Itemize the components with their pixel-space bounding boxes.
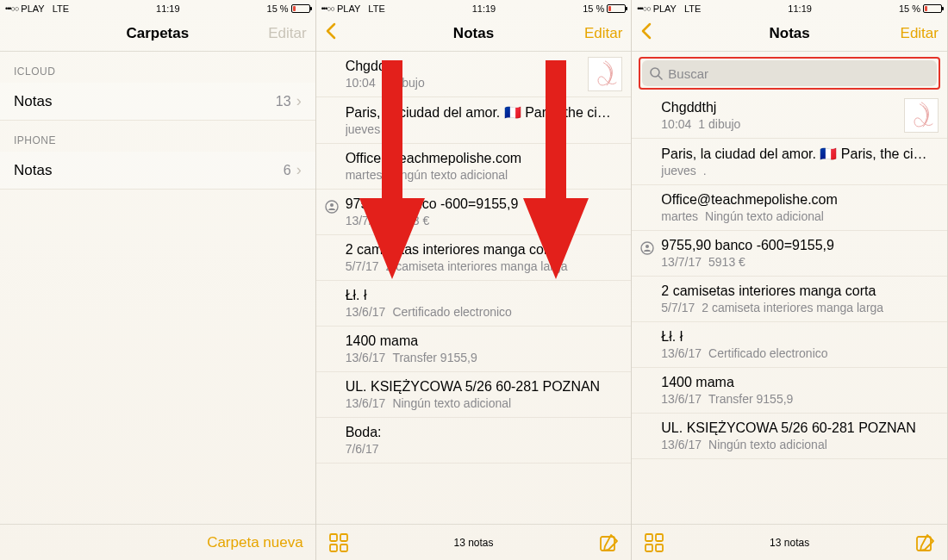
note-row[interactable]: 1400 mama13/6/17Transfer 9155,9 <box>316 327 632 372</box>
note-row[interactable]: Office@teachmepolishe.commartesNingún te… <box>632 185 947 231</box>
network-label: LTE <box>53 3 69 14</box>
note-row[interactable]: UL. KSIĘŻYCOWA 5/26 60-281 POZNAN13/6/17… <box>316 372 632 418</box>
notes-screen: •••○○ PLAY LTE 11:19 15 % Notas Editar C… <box>316 0 633 560</box>
note-row[interactable]: Paris, la ciudad del amor. 🇫🇷 Paris, the… <box>632 139 947 185</box>
note-subtitle: 2 camiseta interiores manga larga <box>702 301 883 314</box>
shared-badge-icon <box>325 200 339 214</box>
note-date: 13/6/17 <box>346 351 386 364</box>
edit-button[interactable]: Editar <box>887 25 939 42</box>
note-row[interactable]: 1400 mama13/6/17Transfer 9155,9 <box>632 368 947 414</box>
nav-bar: Carpetas Editar <box>0 16 315 52</box>
annotation-highlight-box: Buscar <box>639 57 940 90</box>
network-label: LTE <box>368 3 384 14</box>
clock: 11:19 <box>788 3 812 14</box>
note-subtitle: Transfer 9155,9 <box>392 351 477 364</box>
chevron-left-icon <box>325 22 337 40</box>
clock: 11:19 <box>156 3 180 14</box>
clock: 11:19 <box>472 3 496 14</box>
note-title: Łł. ł <box>346 288 618 303</box>
signal-dots-icon: •••○○ <box>5 4 18 13</box>
note-title: 1400 mama <box>346 333 618 349</box>
note-date: 13/7/17 <box>661 255 702 269</box>
note-date: 13/6/17 <box>661 346 702 360</box>
note-row[interactable]: Boda:7/6/17 <box>316 418 632 464</box>
note-subtitle: Ningún texto adicional <box>708 438 827 451</box>
note-date: martes <box>661 209 698 223</box>
note-date: 7/6/17 <box>346 442 379 456</box>
toolbar: 13 notas <box>632 524 947 560</box>
toolbar: Carpeta nueva <box>0 524 315 560</box>
battery-pct: 15 % <box>583 3 604 14</box>
note-title: Chgddthj <box>661 100 933 115</box>
folders-list[interactable]: ICLOUD Notas 13› IPHONE Notas 6› <box>0 52 315 524</box>
compose-icon[interactable] <box>914 532 935 553</box>
folder-count: 6 <box>284 163 291 178</box>
note-row[interactable]: Łł. ł13/6/17Certificado electronico <box>632 322 947 368</box>
signal-dots-icon: •••○○ <box>321 4 334 13</box>
note-subtitle: Certificado electronico <box>392 305 512 319</box>
group-header-iphone: IPHONE <box>0 121 315 152</box>
note-title: 2 camisetas interiores manga corta <box>661 283 933 299</box>
note-row[interactable]: UL. KSIĘŻYCOWA 5/26 60-281 POZNAN13/6/17… <box>632 414 947 459</box>
grid-view-icon[interactable] <box>328 532 349 553</box>
nav-title: Notas <box>377 25 571 42</box>
status-bar: •••○○ PLAY LTE 11:19 15 % <box>632 0 947 16</box>
status-bar: •••○○ PLAY LTE 11:19 15 % <box>0 0 315 16</box>
note-date: 5/7/17 <box>661 301 695 314</box>
note-title: UL. KSIĘŻYCOWA 5/26 60-281 POZNAN <box>346 379 618 395</box>
folder-count: 13 <box>276 94 291 109</box>
note-subtitle: Ningún texto adicional <box>705 209 824 223</box>
note-row[interactable]: 2 camisetas interiores manga corta5/7/17… <box>632 277 947 322</box>
annotation-arrow-left <box>359 60 425 284</box>
note-title: 9755,90 banco -600=9155,9 <box>661 238 933 253</box>
toolbar: 13 notas <box>316 524 632 560</box>
battery-pct: 15 % <box>267 3 289 14</box>
folder-row-icloud-notas[interactable]: Notas 13› <box>0 83 315 121</box>
battery-icon <box>291 4 310 13</box>
note-date: jueves <box>661 164 695 177</box>
group-header-icloud: ICLOUD <box>0 52 315 83</box>
nav-bar: Notas Editar <box>632 16 947 52</box>
new-folder-button[interactable]: Carpeta nueva <box>33 534 303 551</box>
note-row[interactable]: Łł. ł13/6/17Certificado electronico <box>316 281 632 327</box>
shared-badge-icon <box>640 241 654 255</box>
note-title: UL. KSIĘŻYCOWA 5/26 60-281 POZNAN <box>661 420 933 436</box>
edit-button[interactable]: Editar <box>571 25 622 42</box>
note-thumbnail <box>588 57 622 91</box>
carrier-label: PLAY <box>653 3 677 14</box>
compose-icon[interactable] <box>598 532 619 553</box>
carrier-label: PLAY <box>21 3 44 14</box>
notes-screen-search: •••○○ PLAY LTE 11:19 15 % Notas Editar B… <box>632 0 948 560</box>
nav-title: Notas <box>692 25 887 42</box>
note-subtitle: Ningún texto adicional <box>392 396 511 410</box>
battery-icon <box>923 4 942 13</box>
annotation-arrow-right <box>523 60 589 284</box>
signal-dots-icon: •••○○ <box>637 4 650 13</box>
network-label: LTE <box>684 3 701 14</box>
edit-button[interactable]: Editar <box>255 25 307 42</box>
note-row[interactable]: Chgddthj10:041 dibujo <box>632 93 947 139</box>
folder-row-iphone-notas[interactable]: Notas 6› <box>0 152 315 190</box>
search-placeholder: Buscar <box>668 66 708 81</box>
grid-view-icon[interactable] <box>644 532 664 553</box>
note-thumbnail <box>904 98 939 133</box>
note-title: Boda: <box>346 425 618 440</box>
note-title: 1400 mama <box>661 375 933 390</box>
chevron-right-icon: › <box>296 161 302 179</box>
note-title: Łł. ł <box>661 329 933 345</box>
folder-name: Notas <box>14 162 52 179</box>
note-subtitle: Certificado electronico <box>708 346 828 360</box>
note-row[interactable]: 9755,90 banco -600=9155,913/7/175913 € <box>632 231 947 277</box>
note-subtitle: 5913 € <box>708 255 745 269</box>
back-button[interactable] <box>640 22 692 44</box>
search-input[interactable]: Buscar <box>642 60 937 86</box>
back-button[interactable] <box>325 22 377 44</box>
note-title: Paris, la ciudad del amor. 🇫🇷 Paris, the… <box>661 146 933 162</box>
note-date: 13/6/17 <box>346 305 386 319</box>
notes-count: 13 notas <box>349 537 599 549</box>
notes-list[interactable]: Chgddthj10:041 dibujoParis, la ciudad de… <box>632 93 947 524</box>
note-date: 13/6/17 <box>661 438 702 451</box>
chevron-left-icon <box>640 22 652 40</box>
nav-bar: Notas Editar <box>316 16 632 52</box>
note-title: Office@teachmepolishe.com <box>661 192 933 208</box>
